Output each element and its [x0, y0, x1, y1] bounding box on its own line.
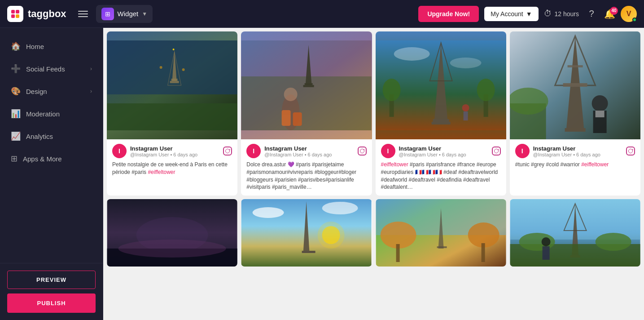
my-account-label: My Account [491, 10, 523, 18]
post-image-7 [376, 199, 506, 267]
post-image-2 [241, 31, 372, 139]
svg-rect-8 [170, 81, 179, 83]
svg-rect-55 [302, 251, 315, 253]
post-user-row-3: I Instagram User @Instagram User • 6 day… [381, 144, 466, 158]
svg-rect-17 [305, 83, 313, 85]
social-feeds-arrow-icon: › [90, 66, 92, 72]
post-card-7 [376, 199, 506, 267]
design-icon: 🎨 [11, 86, 21, 96]
svg-point-12 [160, 66, 162, 69]
clock-icon: ⏱ [544, 9, 552, 18]
svg-rect-3 [16, 14, 19, 18]
post-text-1: Petite nostalgie de ce week-end à Paris … [112, 161, 232, 176]
post-image-6 [241, 199, 372, 267]
svg-rect-38 [565, 128, 585, 132]
analytics-icon: 📈 [11, 131, 21, 141]
widget-icon: ⊞ [101, 8, 114, 20]
post-user-row-1: I Instagram User @Instagram User • 6 day… [112, 144, 197, 158]
widget-label: Widget [118, 10, 139, 18]
help-button[interactable]: ? [584, 7, 599, 21]
post-card-2: I Instagram User @Instagram User • 6 day… [241, 31, 372, 196]
svg-rect-61 [396, 244, 399, 262]
svg-rect-22 [293, 112, 302, 126]
instagram-icon-4 [626, 147, 635, 156]
sidebar: 🏠 Home ➕ Social Feeds › 🎨 Design › 📊 Mod… [0, 28, 103, 320]
sidebar-item-moderation[interactable]: 📊 Moderation [0, 102, 103, 125]
post-username-3: Instagram User [399, 145, 466, 152]
social-feeds-icon: ➕ [11, 64, 21, 74]
post-user-details-1: Instagram User @Instagram User • 6 days … [130, 145, 197, 157]
logo-icon [7, 6, 23, 22]
sidebar-item-design[interactable]: 🎨 Design › [0, 80, 103, 102]
post-avatar-3: I [381, 144, 395, 158]
svg-point-24 [394, 47, 429, 61]
preview-button[interactable]: PREVIEW [7, 271, 96, 289]
help-icon: ? [589, 9, 594, 19]
post-user-row-2: I Instagram User @Instagram User • 6 day… [246, 144, 332, 158]
sidebar-item-social-feeds[interactable]: ➕ Social Feeds › [0, 58, 103, 80]
post-username-1: Instagram User [130, 145, 197, 152]
widget-selector-button[interactable]: ⊞ Widget ▼ [96, 5, 153, 23]
instagram-icon-3 [492, 147, 501, 156]
home-icon: 🏠 [11, 41, 21, 51]
post-avatar-letter-1: I [118, 147, 120, 155]
logo-text: taggbox [28, 8, 66, 20]
post-header-1: I Instagram User @Instagram User • 6 day… [112, 144, 232, 158]
publish-button[interactable]: PUBLISH [7, 293, 96, 313]
svg-point-13 [182, 68, 185, 71]
post-avatar-letter-2: I [253, 147, 254, 155]
post-user-details-4: Instagram User @Instagram User • 6 days … [533, 145, 600, 157]
instagram-icon-1 [223, 147, 232, 156]
sidebar-item-home[interactable]: 🏠 Home [0, 35, 103, 58]
post-image-4 [510, 31, 640, 139]
sidebar-nav: 🏠 Home ➕ Social Feeds › 🎨 Design › 📊 Mod… [0, 28, 103, 263]
svg-rect-35 [463, 111, 468, 120]
svg-rect-0 [11, 10, 15, 13]
post-card-4: I Instagram User @Instagram User • 6 day… [510, 31, 640, 196]
post-card-1: I Instagram User @Instagram User • 6 day… [107, 31, 237, 196]
svg-rect-1 [16, 10, 19, 13]
post-avatar-letter-4: I [521, 147, 523, 155]
post-card-3: I Instagram User @Instagram User • 6 day… [376, 31, 506, 196]
sidebar-moderation-label: Moderation [26, 110, 60, 118]
post-info-3: I Instagram User @Instagram User • 6 day… [376, 139, 506, 196]
post-meta-1: @Instagram User • 6 days ago [130, 152, 197, 157]
svg-rect-65 [437, 246, 447, 248]
svg-point-34 [462, 104, 469, 111]
svg-rect-63 [481, 243, 485, 262]
svg-rect-27 [433, 119, 449, 122]
sidebar-analytics-label: Analytics [26, 133, 53, 140]
svg-point-44 [591, 95, 608, 111]
user-avatar-button[interactable]: V [621, 6, 637, 22]
post-user-details-2: Instagram User @Instagram User • 6 days … [264, 145, 332, 157]
avatar-letter: V [626, 10, 631, 18]
post-text-3: #eiffeltower #paris #parisfrance #france… [381, 161, 501, 191]
notifications-button[interactable]: 🔔 40 [604, 9, 615, 19]
post-header-4: I Instagram User @Instagram User • 6 day… [515, 144, 635, 158]
post-header-3: I Instagram User @Instagram User • 6 day… [381, 144, 501, 158]
post-user-details-3: Instagram User @Instagram User • 6 days … [399, 145, 466, 157]
notification-badge: 40 [610, 7, 618, 15]
svg-point-53 [322, 202, 358, 214]
svg-point-31 [382, 79, 400, 101]
post-image-5 [107, 199, 237, 267]
logo-area: taggbox [7, 6, 66, 22]
sidebar-item-analytics[interactable]: 📈 Analytics [0, 125, 103, 147]
my-account-button[interactable]: My Account ▼ [484, 7, 538, 21]
moderation-icon: 📊 [11, 109, 21, 119]
clock-label: 12 hours [555, 10, 579, 18]
post-username-4: Instagram User [533, 145, 600, 152]
post-image-8 [510, 199, 640, 267]
post-image-3 [376, 31, 506, 139]
svg-point-50 [118, 240, 226, 258]
svg-rect-75 [542, 246, 549, 260]
svg-point-20 [284, 88, 298, 101]
post-meta-3: @Instagram User • 6 days ago [399, 152, 466, 157]
post-text-2: Dolce drea.astur 💜 #paris #parisjetaime … [246, 161, 366, 191]
sidebar-apps-label: Apps & More [23, 155, 62, 163]
upgrade-button[interactable]: Upgrade Now! [418, 6, 479, 22]
svg-rect-41 [567, 65, 583, 67]
sidebar-item-apps-more[interactable]: ⊞ Apps & More [0, 147, 103, 170]
post-card-8 [510, 199, 640, 267]
hamburger-button[interactable] [75, 8, 91, 20]
